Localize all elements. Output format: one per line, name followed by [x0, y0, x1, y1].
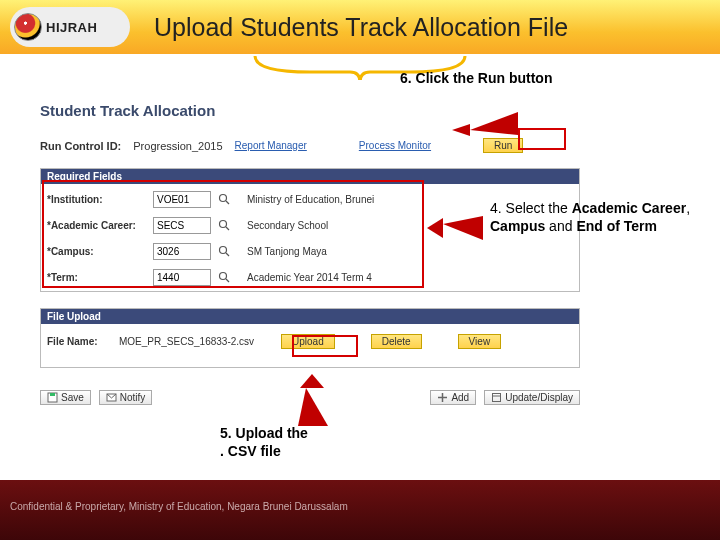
career-input[interactable] — [153, 217, 211, 234]
filename-value: MOE_PR_SECS_16833-2.csv — [119, 336, 269, 347]
view-button[interactable]: View — [458, 334, 502, 349]
callout-text: Campus — [490, 218, 545, 234]
filename-label: File Name: — [47, 336, 107, 347]
update-display-button[interactable]: Update/Display — [484, 390, 580, 405]
svg-line-3 — [226, 227, 229, 230]
required-fields-header: Required Fields — [41, 169, 579, 184]
campus-input[interactable] — [153, 243, 211, 260]
career-label: *Academic Career: — [47, 220, 147, 231]
arrow-step6-icon — [450, 110, 520, 150]
save-button[interactable]: Save — [40, 390, 91, 405]
add-label: Add — [451, 392, 469, 403]
notify-label: Notify — [120, 392, 146, 403]
svg-line-5 — [226, 253, 229, 256]
arrow-step5-icon — [290, 372, 334, 428]
svg-point-6 — [220, 273, 227, 280]
upload-button[interactable]: Upload — [281, 334, 335, 349]
notify-icon — [106, 392, 117, 403]
svg-line-1 — [226, 201, 229, 204]
save-label: Save — [61, 392, 84, 403]
lookup-icon[interactable] — [217, 244, 231, 258]
footer-text: Confidential & Proprietary, Ministry of … — [10, 501, 348, 512]
run-control-label: Run Control ID: — [40, 140, 121, 152]
svg-line-7 — [226, 279, 229, 282]
arrow-step4-icon — [425, 210, 485, 248]
callout-text: End of Term — [576, 218, 657, 234]
report-manager-link[interactable]: Report Manager — [235, 140, 307, 151]
highlight-run-icon — [518, 128, 566, 150]
header-bar: HIJRAH Upload Students Track Allocation … — [0, 0, 720, 54]
institution-label: *Institution: — [47, 194, 147, 205]
notify-button[interactable]: Notify — [99, 390, 153, 405]
update-display-label: Update/Display — [505, 392, 573, 403]
delete-button[interactable]: Delete — [371, 334, 422, 349]
svg-point-2 — [220, 221, 227, 228]
institution-desc: Ministry of Education, Brunei — [247, 194, 374, 205]
lookup-icon[interactable] — [217, 218, 231, 232]
add-button[interactable]: Add — [430, 390, 476, 405]
logo-emblem-icon — [14, 13, 42, 41]
add-icon — [437, 392, 448, 403]
slide-title: Upload Students Track Allocation File — [154, 13, 568, 42]
campus-label: *Campus: — [47, 246, 147, 257]
lookup-icon[interactable] — [217, 192, 231, 206]
save-icon — [47, 392, 58, 403]
page-title: Student Track Allocation — [40, 102, 215, 119]
svg-rect-13 — [493, 394, 501, 402]
campus-desc: SM Tanjong Maya — [247, 246, 327, 257]
career-desc: Secondary School — [247, 220, 328, 231]
logo-text: HIJRAH — [46, 20, 97, 35]
term-label: *Term: — [47, 272, 147, 283]
svg-rect-9 — [50, 393, 55, 396]
callout-step4: 4. Select the Academic Career, Campus an… — [490, 200, 700, 235]
callout-step5: 5. Upload the . CSV file — [220, 425, 370, 460]
run-control-value: Progression_2015 — [133, 140, 222, 152]
callout-text: . CSV file — [220, 443, 281, 459]
term-input[interactable] — [153, 269, 211, 286]
lookup-icon[interactable] — [217, 270, 231, 284]
institution-input[interactable] — [153, 191, 211, 208]
file-upload-panel: File Upload File Name: MOE_PR_SECS_16833… — [40, 308, 580, 368]
callout-step6: 6. Click the Run button — [400, 70, 560, 88]
logo: HIJRAH — [10, 7, 130, 47]
callout-text: Academic Career — [572, 200, 686, 216]
callout-text: , — [686, 200, 690, 216]
update-icon — [491, 392, 502, 403]
file-upload-header: File Upload — [41, 309, 579, 324]
term-desc: Academic Year 2014 Term 4 — [247, 272, 372, 283]
callout-text: 4. Select the — [490, 200, 572, 216]
svg-point-4 — [220, 247, 227, 254]
process-monitor-link[interactable]: Process Monitor — [359, 140, 431, 151]
svg-point-0 — [220, 195, 227, 202]
callout-text: and — [545, 218, 576, 234]
